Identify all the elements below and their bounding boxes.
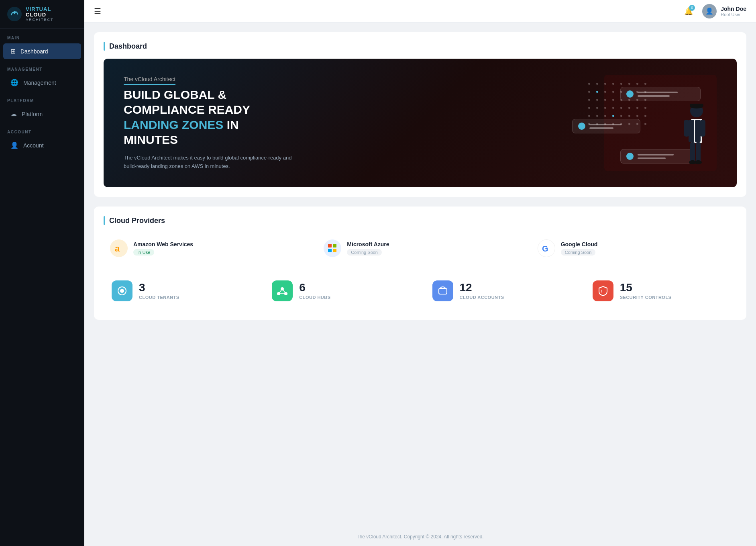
dot [644,123,646,125]
dot-blue [596,91,598,93]
dot [636,107,638,109]
logo-cloud: CLOUD [26,12,54,18]
user-menu[interactable]: 👤 John Doe Root User [702,4,746,18]
hamburger-button[interactable]: ☰ [94,6,101,16]
hero-text: The vCloud Architect BUILD GLOBAL & COMP… [124,76,292,171]
dot [620,107,622,109]
stat-info-hubs: 6 CLOUD HUBS [299,282,330,300]
dot [588,115,590,117]
stat-info-security: 15 SECURITY CONTROLS [620,282,672,300]
stat-info-tenants: 3 CLOUD TENANTS [139,282,179,300]
topbar: ☰ 🔔 0 👤 John Doe Root User [84,0,756,22]
hero-description: The vCloud Architect makes it easy to bu… [124,154,292,171]
card-lines-2 [589,124,622,129]
azure-sq-blue [328,249,332,252]
avatar: 👤 [702,4,717,18]
dot [612,83,614,85]
app-logo-icon [7,7,22,21]
sidebar: VIRTUAL CLOUD ARCHITECT MAIN ⊞ Dashboard… [0,0,84,546]
dot-blue [612,115,614,117]
dot [604,99,606,101]
user-details: John Doe Root User [721,6,746,17]
dot [628,83,630,85]
provider-aws-badge: In-Use [133,249,154,256]
dot [588,83,590,85]
hero-title-highlight: LANDING ZONES [124,118,223,131]
dot [644,83,646,85]
hero-title: BUILD GLOBAL & COMPLIANCE READY LANDING … [124,87,292,147]
user-role: Root User [721,12,746,17]
footer: The vCloud Architect. Copyright © 2024. … [84,528,756,546]
notification-button[interactable]: 🔔 0 [681,4,696,18]
sidebar-item-management[interactable]: 🌐 Management [3,75,81,90]
azure-icon [328,244,337,253]
dot [612,99,614,101]
card-line [638,92,678,93]
user-name: John Doe [721,6,746,12]
topbar-right: 🔔 0 👤 John Doe Root User [681,4,746,18]
management-icon: 🌐 [10,79,18,86]
dot [604,107,606,109]
section-label-management: MANAGEMENT [0,60,84,74]
provider-aws-info: Amazon Web Services In-Use [133,241,193,256]
sidebar-item-dashboard[interactable]: ⊞ Dashboard [3,43,81,59]
provider-azure-name: Microsoft Azure [347,241,389,247]
sidebar-item-label-platform: Platform [22,111,43,117]
svg-rect-6 [689,120,694,142]
gcloud-logo: G [538,239,555,257]
hero-title-line1: BUILD GLOBAL & [124,88,226,101]
svg-rect-12 [684,120,689,137]
dot [596,115,598,117]
dot [604,115,606,117]
svg-point-17 [120,289,124,293]
section-label-platform: PLATFORM [0,91,84,105]
sidebar-section-management: MANAGEMENT 🌐 Management [0,60,84,91]
provider-aws: a Amazon Web Services In-Use [104,233,309,264]
provider-gcloud-info: Google Cloud Coming Soon [561,241,598,256]
dot [628,115,630,117]
provider-gcloud: G Google Cloud Coming Soon [531,233,737,264]
provider-azure: Microsoft Azure Coming Soon [317,233,523,264]
stat-icon-tenants [112,280,132,301]
dot [596,83,598,85]
provider-azure-info: Microsoft Azure Coming Soon [347,241,389,256]
stats-grid: 3 CLOUD TENANTS [104,272,737,310]
section-label-account: ACCOUNT [0,123,84,137]
card-line [638,157,666,159]
stat-cloud-tenants: 3 CLOUD TENANTS [104,272,256,310]
card-lines-1 [638,92,678,97]
stat-icon-accounts [432,280,453,301]
account-icon: 👤 [10,141,18,149]
stat-label-accounts: CLOUD ACCOUNTS [460,295,504,300]
dot [612,91,614,93]
dashboard-main-card: Dashboard The vCloud Architect BUILD GLO… [94,32,746,197]
sidebar-item-platform[interactable]: ☁ Platform [3,106,81,122]
sidebar-item-label-management: Management [23,80,56,86]
card-lines-3 [638,154,674,159]
stat-number-security: 15 [620,282,672,293]
provider-azure-badge: Coming Soon [347,249,382,256]
card-line [589,127,613,129]
dot [596,107,598,109]
provider-aws-name: Amazon Web Services [133,241,193,247]
dot [588,99,590,101]
sidebar-item-label-account: Account [23,142,44,149]
azure-sq-yellow [333,249,336,252]
sidebar-section-main: MAIN ⊞ Dashboard [0,29,84,60]
dot [604,91,606,93]
card-dot-2 [578,123,585,130]
footer-text: The vCloud Architect. Copyright © 2024. … [357,534,483,540]
sidebar-item-account[interactable]: 👤 Account [3,137,81,153]
person-illustration [677,99,713,171]
stat-cloud-hubs: 6 CLOUD HUBS [264,272,416,310]
dot [612,107,614,109]
dot [644,115,646,117]
dot [620,115,622,117]
section-label-main: MAIN [0,29,84,43]
hero-card-2 [572,119,640,133]
stat-info-accounts: 12 CLOUD ACCOUNTS [460,282,504,300]
hero-banner: The vCloud Architect BUILD GLOBAL & COMP… [104,59,737,187]
hero-title-line2: COMPLIANCE READY [124,103,250,116]
azure-sq-green [333,244,336,247]
stat-number-accounts: 12 [460,282,504,293]
